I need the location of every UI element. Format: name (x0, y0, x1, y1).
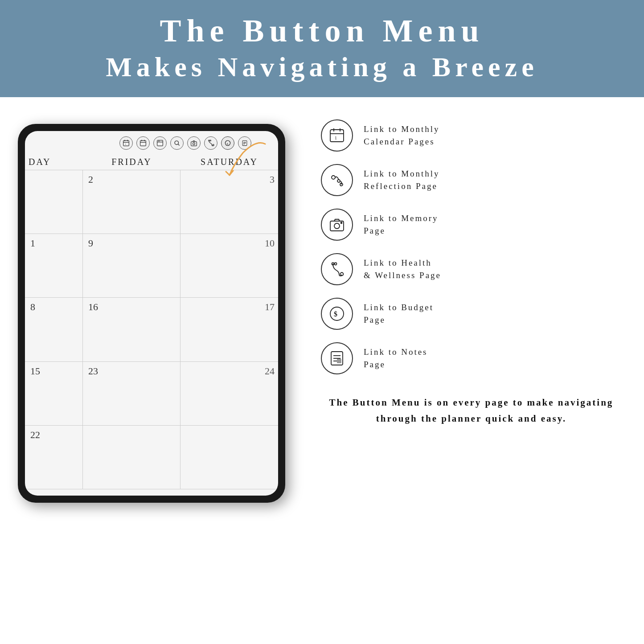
feature-icon-camera (321, 209, 353, 241)
svg-point-34 (334, 223, 340, 229)
header-title-line2: Makes Navigating a Breeze (18, 51, 626, 83)
cal-cell: 2 (83, 170, 180, 234)
svg-line-13 (178, 144, 180, 146)
tablet-section: 1 (9, 115, 294, 644)
cal-cell: 9 (83, 234, 180, 297)
svg-point-15 (193, 143, 195, 145)
svg-text:1: 1 (335, 135, 337, 140)
feature-icon-notes (321, 342, 353, 374)
feature-label-monthly-calendar: Link to MonthlyCalendar Pages (364, 123, 440, 148)
svg-point-30 (332, 176, 335, 179)
cal-cell: 17 (180, 298, 278, 361)
feature-item-notes: Link to NotesPage (321, 342, 622, 374)
cal-cell: 22 (25, 426, 83, 489)
feature-item-health: Link to Health& Wellness Page (321, 253, 622, 285)
main-content: 1 (0, 97, 644, 644)
svg-point-35 (341, 222, 342, 224)
svg-rect-25 (330, 130, 344, 142)
table-row: 15 23 24 (25, 362, 278, 426)
table-row: 1 9 10 (25, 234, 278, 298)
svg-point-38 (335, 263, 337, 265)
cal-cell: 1 (25, 234, 83, 297)
calendar-area: DAY FRIDAY SATURDAY 2 3 1 (25, 131, 278, 496)
svg-rect-45 (337, 359, 341, 363)
feature-item-memory: Link to MemoryPage (321, 209, 622, 241)
svg-text:$: $ (334, 310, 337, 318)
right-panel: 1 Link to MonthlyCalendar Pages Link to … (294, 115, 631, 644)
svg-text:1: 1 (125, 143, 127, 145)
cal-cell: 23 (83, 362, 180, 425)
feature-icon-calendar: 1 (321, 119, 353, 152)
svg-point-18 (210, 140, 211, 141)
cal-cell: 10 (180, 234, 278, 297)
menu-icon-calendar3[interactable] (153, 136, 167, 150)
feature-icon-dollar: $ (321, 298, 353, 330)
cal-header-day: DAY (25, 154, 83, 170)
cal-cell (25, 170, 83, 234)
cal-cell (180, 426, 278, 489)
cal-cell: 16 (83, 298, 180, 361)
cal-cell: 24 (180, 362, 278, 425)
table-row: 8 16 17 (25, 298, 278, 361)
feature-item-budget: $ Link to BudgetPage (321, 298, 622, 330)
arrow-annotation (221, 139, 274, 184)
tablet-screen: 1 (25, 131, 278, 496)
header-banner: The Button Menu Makes Navigating a Breez… (0, 0, 644, 97)
svg-point-16 (213, 144, 214, 146)
menu-icon-calendar[interactable]: 1 (119, 136, 133, 150)
cal-cell: 15 (25, 362, 83, 425)
feature-item-monthly-calendar: 1 Link to MonthlyCalendar Pages (321, 119, 622, 152)
svg-rect-14 (191, 142, 197, 146)
header-title-line1: The Button Menu (18, 12, 626, 49)
feature-item-monthly-reflection: Link to MonthlyReflection Page (321, 164, 622, 196)
feature-label-notes: Link to NotesPage (364, 346, 428, 371)
feature-label-monthly-reflection: Link to MonthlyReflection Page (364, 168, 440, 193)
svg-rect-5 (140, 140, 146, 146)
feature-label-memory: Link to MemoryPage (364, 212, 439, 238)
menu-icon-calendar2[interactable] (136, 136, 150, 150)
feature-label-budget: Link to BudgetPage (364, 301, 434, 327)
svg-rect-9 (157, 140, 163, 146)
menu-icon-stethoscope[interactable] (204, 136, 217, 150)
svg-point-31 (337, 180, 340, 182)
cal-cell: 8 (25, 298, 83, 361)
cal-header-friday: FRIDAY (83, 154, 180, 170)
feature-icon-reflection (321, 164, 353, 196)
feature-label-health: Link to Health& Wellness Page (364, 257, 441, 282)
menu-icon-camera[interactable] (187, 136, 201, 150)
cal-cell (83, 426, 180, 489)
bottom-description: The Button Menu is on every page to make… (321, 395, 622, 427)
calendar-body: 2 3 1 9 10 8 16 17 (25, 170, 278, 489)
menu-icon-search[interactable] (170, 136, 184, 150)
table-row: 22 (25, 426, 278, 489)
feature-icon-stethoscope (321, 253, 353, 285)
